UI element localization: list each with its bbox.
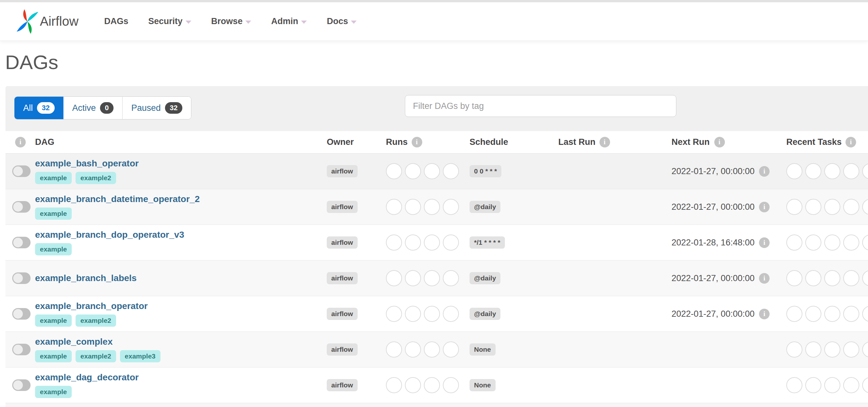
task-status-circle[interactable] <box>843 270 859 286</box>
nav-browse[interactable]: Browse <box>211 16 251 26</box>
task-status-circle[interactable] <box>405 341 421 358</box>
dag-tag[interactable]: example <box>35 386 72 398</box>
task-status-circle[interactable] <box>843 341 859 358</box>
airflow-brand[interactable]: Airflow <box>17 7 79 36</box>
dag-tag[interactable]: example2 <box>75 314 116 327</box>
task-status-circle[interactable] <box>786 306 802 322</box>
schedule-badge[interactable]: @daily <box>469 308 500 320</box>
task-status-circle[interactable] <box>862 270 868 286</box>
task-status-circle[interactable] <box>386 377 402 393</box>
task-status-circle[interactable] <box>786 341 802 358</box>
task-status-circle[interactable] <box>862 377 868 393</box>
task-status-circle[interactable] <box>405 235 421 250</box>
task-status-circle[interactable] <box>424 341 440 358</box>
nav-dags[interactable]: DAGs <box>104 16 128 26</box>
task-status-circle[interactable] <box>805 199 822 215</box>
task-status-circle[interactable] <box>824 341 840 358</box>
nav-security[interactable]: Security <box>148 16 191 26</box>
task-status-circle[interactable] <box>824 306 840 322</box>
col-owner[interactable]: Owner <box>327 137 354 147</box>
task-status-circle[interactable] <box>824 163 840 179</box>
task-status-circle[interactable] <box>805 306 822 322</box>
tab-all[interactable]: All 32 <box>14 97 64 119</box>
task-status-circle[interactable] <box>424 306 440 322</box>
task-status-circle[interactable] <box>405 199 421 215</box>
task-status-circle[interactable] <box>424 163 440 179</box>
dag-tag[interactable]: example <box>35 172 72 184</box>
filter-dags-by-tag-input[interactable] <box>405 95 676 117</box>
task-status-circle[interactable] <box>443 270 459 286</box>
dag-tag[interactable]: example3 <box>120 350 160 362</box>
schedule-badge[interactable]: @daily <box>469 272 500 284</box>
task-status-circle[interactable] <box>843 235 859 250</box>
task-status-circle[interactable] <box>862 235 868 250</box>
dag-pause-toggle[interactable] <box>12 201 31 213</box>
task-status-circle[interactable] <box>405 377 421 393</box>
task-status-circle[interactable] <box>786 199 802 215</box>
task-status-circle[interactable] <box>862 306 868 322</box>
dag-link[interactable]: example_branch_labels <box>35 273 137 283</box>
task-status-circle[interactable] <box>443 377 459 393</box>
task-status-circle[interactable] <box>424 199 440 215</box>
schedule-badge[interactable]: None <box>469 379 496 391</box>
task-status-circle[interactable] <box>843 163 859 179</box>
task-status-circle[interactable] <box>424 270 440 286</box>
task-status-circle[interactable] <box>805 341 822 358</box>
task-status-circle[interactable] <box>805 235 822 250</box>
task-status-circle[interactable] <box>805 377 822 393</box>
task-status-circle[interactable] <box>862 199 868 215</box>
task-status-circle[interactable] <box>824 235 840 250</box>
task-status-circle[interactable] <box>405 163 421 179</box>
task-status-circle[interactable] <box>443 341 459 358</box>
schedule-badge[interactable]: 0 0 * * * <box>469 165 501 177</box>
task-status-circle[interactable] <box>862 163 868 179</box>
task-status-circle[interactable] <box>786 270 802 286</box>
dag-tag[interactable]: example2 <box>75 350 116 362</box>
dag-link[interactable]: example_complex <box>35 337 113 347</box>
dag-link[interactable]: example_branch_dop_operator_v3 <box>35 230 184 240</box>
task-status-circle[interactable] <box>443 163 459 179</box>
tab-active[interactable]: Active 0 <box>64 97 123 119</box>
task-status-circle[interactable] <box>424 377 440 393</box>
task-status-circle[interactable] <box>443 235 459 250</box>
schedule-badge[interactable]: None <box>469 343 496 355</box>
schedule-badge[interactable]: */1 * * * * <box>469 236 505 249</box>
dag-link[interactable]: example_bash_operator <box>35 158 138 169</box>
task-status-circle[interactable] <box>843 306 859 322</box>
task-status-circle[interactable] <box>786 235 802 250</box>
dag-link[interactable]: example_branch_operator <box>35 301 148 311</box>
dag-pause-toggle[interactable] <box>12 165 31 177</box>
dag-pause-toggle[interactable] <box>12 237 31 248</box>
task-status-circle[interactable] <box>805 270 822 286</box>
dag-pause-toggle[interactable] <box>12 344 31 355</box>
task-status-circle[interactable] <box>424 235 440 250</box>
nav-docs[interactable]: Docs <box>327 16 356 26</box>
task-status-circle[interactable] <box>405 270 421 286</box>
dag-tag[interactable]: example <box>35 243 72 256</box>
schedule-badge[interactable]: @daily <box>469 201 500 213</box>
task-status-circle[interactable] <box>443 306 459 322</box>
task-status-circle[interactable] <box>843 199 859 215</box>
dag-pause-toggle[interactable] <box>12 379 31 391</box>
task-status-circle[interactable] <box>386 235 402 250</box>
task-status-circle[interactable] <box>405 306 421 322</box>
task-status-circle[interactable] <box>843 377 859 393</box>
task-status-circle[interactable] <box>862 341 868 358</box>
dag-pause-toggle[interactable] <box>12 272 31 284</box>
task-status-circle[interactable] <box>386 341 402 358</box>
dag-tag[interactable]: example <box>35 314 72 327</box>
task-status-circle[interactable] <box>443 199 459 215</box>
task-status-circle[interactable] <box>824 199 840 215</box>
task-status-circle[interactable] <box>386 199 402 215</box>
task-status-circle[interactable] <box>824 377 840 393</box>
tab-paused[interactable]: Paused 32 <box>123 97 191 119</box>
dag-link[interactable]: example_dag_decorator <box>35 372 138 382</box>
task-status-circle[interactable] <box>824 270 840 286</box>
task-status-circle[interactable] <box>786 377 802 393</box>
task-status-circle[interactable] <box>786 163 802 179</box>
task-status-circle[interactable] <box>386 306 402 322</box>
task-status-circle[interactable] <box>386 270 402 286</box>
dag-pause-toggle[interactable] <box>12 308 31 319</box>
dag-link[interactable]: example_branch_datetime_operator_2 <box>35 194 200 204</box>
dag-tag[interactable]: example <box>35 350 72 362</box>
